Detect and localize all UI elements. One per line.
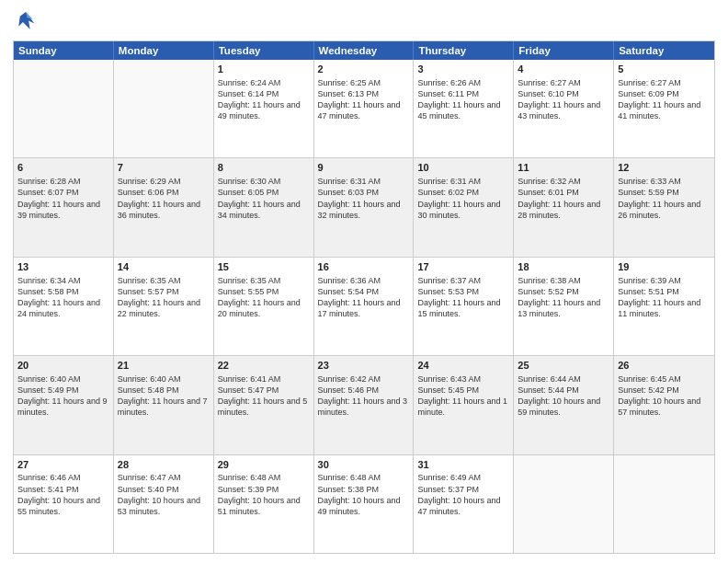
sunset-text: Sunset: 5:37 PM: [417, 485, 479, 494]
daylight-text: Daylight: 11 hours and 22 minutes.: [118, 298, 200, 318]
calendar-cell: 17Sunrise: 6:37 AMSunset: 5:53 PMDayligh…: [414, 258, 514, 355]
sunrise-text: Sunrise: 6:40 AM: [17, 374, 81, 384]
day-number: 24: [417, 359, 509, 373]
day-number: 6: [17, 161, 109, 175]
sunrise-text: Sunrise: 6:25 AM: [318, 78, 381, 87]
sunrise-text: Sunrise: 6:40 AM: [118, 374, 181, 384]
calendar-cell: 23Sunrise: 6:42 AMSunset: 5:46 PMDayligh…: [314, 356, 415, 454]
calendar-cell: 4Sunrise: 6:27 AMSunset: 6:10 PMDaylight…: [514, 60, 614, 157]
sunrise-text: Sunrise: 6:27 AM: [618, 78, 681, 87]
sunrise-text: Sunrise: 6:30 AM: [218, 177, 281, 186]
day-of-week-header: Sunday: [14, 41, 114, 60]
day-number: 21: [118, 359, 210, 373]
day-of-week-header: Thursday: [414, 41, 514, 60]
sunrise-text: Sunrise: 6:27 AM: [518, 78, 581, 87]
calendar-week-row: 6Sunrise: 6:28 AMSunset: 6:07 PMDaylight…: [14, 157, 714, 256]
sunset-text: Sunset: 6:11 PM: [417, 89, 479, 98]
daylight-text: Daylight: 10 hours and 53 minutes.: [118, 496, 200, 516]
calendar-cell: 16Sunrise: 6:36 AMSunset: 5:54 PMDayligh…: [314, 258, 415, 355]
sunrise-text: Sunrise: 6:41 AM: [218, 374, 281, 384]
sunrise-text: Sunrise: 6:32 AM: [518, 177, 581, 186]
calendar-cell: 15Sunrise: 6:35 AMSunset: 5:55 PMDayligh…: [214, 258, 314, 355]
sunset-text: Sunset: 5:59 PM: [618, 188, 679, 197]
daylight-text: Daylight: 11 hours and 34 minutes.: [218, 200, 301, 220]
daylight-text: Daylight: 10 hours and 59 minutes.: [518, 396, 600, 417]
sunrise-text: Sunrise: 6:24 AM: [218, 78, 281, 87]
sunset-text: Sunset: 6:13 PM: [318, 89, 380, 98]
sunrise-text: Sunrise: 6:35 AM: [218, 276, 281, 285]
calendar-cell: 12Sunrise: 6:33 AMSunset: 5:59 PMDayligh…: [614, 158, 714, 256]
sunrise-text: Sunrise: 6:38 AM: [518, 276, 581, 285]
sunrise-text: Sunrise: 6:36 AM: [318, 276, 381, 285]
calendar-body: 1Sunrise: 6:24 AMSunset: 6:14 PMDaylight…: [14, 60, 714, 553]
calendar-cell: 6Sunrise: 6:28 AMSunset: 6:07 PMDaylight…: [14, 158, 114, 256]
day-number: 31: [417, 458, 509, 472]
sunset-text: Sunset: 5:40 PM: [118, 485, 179, 494]
daylight-text: Daylight: 11 hours and 9 minutes.: [17, 396, 108, 417]
sunrise-text: Sunrise: 6:44 AM: [518, 374, 581, 384]
day-of-week-header: Friday: [514, 41, 614, 60]
calendar-week-row: 20Sunrise: 6:40 AMSunset: 5:49 PMDayligh…: [14, 355, 714, 454]
sunset-text: Sunset: 6:05 PM: [218, 188, 279, 197]
sunset-text: Sunset: 5:45 PM: [417, 385, 479, 395]
daylight-text: Daylight: 11 hours and 28 minutes.: [518, 200, 600, 220]
day-number: 19: [618, 260, 711, 274]
day-number: 15: [218, 260, 310, 274]
daylight-text: Daylight: 11 hours and 36 minutes.: [118, 200, 200, 220]
sunrise-text: Sunrise: 6:39 AM: [618, 276, 681, 285]
calendar-cell: 10Sunrise: 6:31 AMSunset: 6:02 PMDayligh…: [414, 158, 514, 256]
daylight-text: Daylight: 11 hours and 5 minutes.: [218, 396, 308, 417]
day-number: 20: [17, 359, 109, 373]
calendar-cell: 11Sunrise: 6:32 AMSunset: 6:01 PMDayligh…: [514, 158, 614, 256]
empty-cell: [14, 60, 114, 157]
calendar-cell: 13Sunrise: 6:34 AMSunset: 5:58 PMDayligh…: [14, 258, 114, 355]
sunset-text: Sunset: 5:46 PM: [318, 385, 380, 395]
sunrise-text: Sunrise: 6:26 AM: [417, 78, 481, 87]
day-number: 11: [518, 161, 609, 175]
calendar-week-row: 27Sunrise: 6:46 AMSunset: 5:41 PMDayligh…: [14, 454, 714, 553]
daylight-text: Daylight: 11 hours and 47 minutes.: [318, 100, 401, 121]
day-number: 10: [417, 161, 509, 175]
calendar: SundayMondayTuesdayWednesdayThursdayFrid…: [13, 40, 715, 554]
day-number: 4: [518, 63, 609, 76]
daylight-text: Daylight: 11 hours and 41 minutes.: [618, 100, 700, 121]
logo-icon: [13, 9, 39, 35]
daylight-text: Daylight: 10 hours and 51 minutes.: [218, 496, 301, 516]
day-number: 18: [518, 260, 609, 274]
day-number: 27: [17, 458, 109, 472]
sunset-text: Sunset: 5:48 PM: [118, 385, 179, 395]
daylight-text: Daylight: 11 hours and 26 minutes.: [618, 200, 700, 220]
sunset-text: Sunset: 6:03 PM: [318, 188, 380, 197]
sunrise-text: Sunrise: 6:49 AM: [417, 473, 481, 482]
header: [13, 9, 715, 35]
daylight-text: Daylight: 10 hours and 57 minutes.: [618, 396, 700, 417]
day-number: 17: [417, 260, 509, 274]
daylight-text: Daylight: 11 hours and 11 minutes.: [618, 298, 700, 318]
sunrise-text: Sunrise: 6:31 AM: [417, 177, 481, 186]
day-number: 5: [618, 63, 711, 76]
sunrise-text: Sunrise: 6:31 AM: [318, 177, 381, 186]
calendar-header: SundayMondayTuesdayWednesdayThursdayFrid…: [14, 41, 714, 60]
day-number: 30: [318, 458, 410, 472]
calendar-cell: 14Sunrise: 6:35 AMSunset: 5:57 PMDayligh…: [114, 258, 214, 355]
sunrise-text: Sunrise: 6:42 AM: [318, 374, 381, 384]
sunset-text: Sunset: 6:07 PM: [17, 188, 79, 197]
calendar-week-row: 1Sunrise: 6:24 AMSunset: 6:14 PMDaylight…: [14, 60, 714, 157]
sunrise-text: Sunrise: 6:35 AM: [118, 276, 181, 285]
sunset-text: Sunset: 5:42 PM: [618, 385, 679, 395]
daylight-text: Daylight: 11 hours and 17 minutes.: [318, 298, 401, 318]
daylight-text: Daylight: 11 hours and 39 minutes.: [17, 200, 100, 220]
daylight-text: Daylight: 10 hours and 49 minutes.: [318, 496, 401, 516]
daylight-text: Daylight: 10 hours and 55 minutes.: [17, 496, 100, 516]
empty-cell: [514, 455, 614, 553]
day-number: 25: [518, 359, 609, 373]
sunrise-text: Sunrise: 6:37 AM: [417, 276, 481, 285]
daylight-text: Daylight: 11 hours and 43 minutes.: [518, 100, 600, 121]
sunset-text: Sunset: 6:09 PM: [618, 89, 679, 98]
day-number: 26: [618, 359, 711, 373]
day-number: 9: [318, 161, 410, 175]
calendar-cell: 24Sunrise: 6:43 AMSunset: 5:45 PMDayligh…: [414, 356, 514, 454]
sunset-text: Sunset: 5:54 PM: [318, 287, 380, 296]
sunset-text: Sunset: 6:10 PM: [518, 89, 579, 98]
calendar-cell: 26Sunrise: 6:45 AMSunset: 5:42 PMDayligh…: [614, 356, 714, 454]
